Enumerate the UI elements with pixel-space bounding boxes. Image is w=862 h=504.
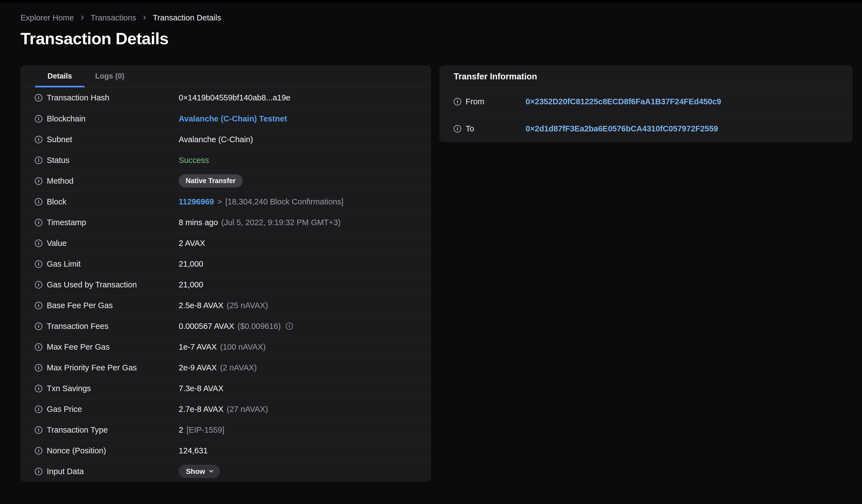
row-value: Native Transfer bbox=[179, 174, 243, 188]
status-value: Success bbox=[179, 156, 209, 165]
row-left: iTransaction Hash bbox=[35, 93, 179, 102]
to-address-link[interactable]: 0×2d1d87fF3Ea2ba6E0576bCA4310fC057972F25… bbox=[526, 124, 718, 133]
timestamp-relative: 8 mins ago bbox=[179, 218, 218, 227]
info-icon[interactable]: i bbox=[35, 468, 42, 475]
row-value: 1e-7 AVAX(100 nAVAX) bbox=[179, 343, 266, 352]
row-label: To bbox=[466, 124, 474, 133]
max-priority-fee-navax: (2 nAVAX) bbox=[220, 363, 257, 372]
transfer-card-title: Transfer Information bbox=[439, 65, 853, 88]
row-label: Timestamp bbox=[47, 218, 86, 227]
row-label: Base Fee Per Gas bbox=[47, 301, 113, 310]
row-transaction-hash: iTransaction Hash0×1419b04559bf140ab8...… bbox=[21, 88, 431, 108]
info-icon[interactable]: i bbox=[35, 343, 42, 351]
breadcrumb-transactions[interactable]: Transactions bbox=[90, 13, 136, 23]
block-link[interactable]: 11296969 bbox=[179, 197, 214, 207]
info-icon[interactable]: i bbox=[35, 322, 42, 330]
info-icon[interactable]: i bbox=[35, 364, 42, 371]
show-button[interactable]: Show bbox=[179, 465, 220, 478]
row-left: iGas Used by Transaction bbox=[35, 280, 179, 289]
info-icon[interactable]: i bbox=[35, 260, 42, 268]
row-left: iTransaction Type bbox=[35, 425, 179, 435]
row-label: Gas Used by Transaction bbox=[47, 280, 137, 289]
details-card: Details Logs (0) iTransaction Hash0×1419… bbox=[21, 65, 431, 481]
info-icon[interactable]: i bbox=[35, 447, 42, 454]
row-value-amount: iValue2 AVAX bbox=[21, 233, 431, 253]
row-left: iSubnet bbox=[35, 135, 179, 144]
tab-logs[interactable]: Logs (0) bbox=[84, 65, 135, 87]
info-icon[interactable]: i bbox=[35, 157, 42, 164]
blockchain-link[interactable]: Avalanche (C-Chain) Testnet bbox=[179, 114, 287, 123]
info-icon[interactable]: i bbox=[454, 98, 461, 105]
row-label: Max Fee Per Gas bbox=[47, 343, 109, 352]
row-value: 2e-9 AVAX(2 nAVAX) bbox=[179, 363, 257, 372]
row-label: Gas Limit bbox=[47, 260, 80, 269]
info-icon[interactable]: i bbox=[35, 281, 42, 289]
row-blockchain: iBlockchainAvalanche (C-Chain) Testnet bbox=[21, 108, 431, 129]
gas-price-navax: (27 nAVAX) bbox=[227, 405, 268, 414]
row-left: iValue bbox=[35, 239, 179, 248]
row-max-priority-fee-per-gas: iMax Priority Fee Per Gas2e-9 AVAX(2 nAV… bbox=[21, 357, 431, 378]
row-label: Transaction Hash bbox=[47, 93, 109, 102]
details-rows: iTransaction Hash0×1419b04559bf140ab8...… bbox=[21, 88, 431, 481]
row-value: 2 AVAX bbox=[179, 239, 205, 248]
tab-logs-count: (0) bbox=[115, 72, 125, 80]
row-label: Gas Price bbox=[47, 405, 82, 414]
row-left: iMethod bbox=[35, 176, 179, 186]
fees-usd: ($0.009616) bbox=[237, 322, 280, 331]
row-value: Success bbox=[179, 156, 209, 165]
row-txn-savings: iTxn Savings7.3e-8 AVAX bbox=[21, 378, 431, 399]
transaction-type-value: 2 bbox=[179, 425, 183, 435]
row-value: 2.5e-8 AVAX(25 nAVAX) bbox=[179, 301, 268, 310]
row-subnet: iSubnetAvalanche (C-Chain) bbox=[21, 129, 431, 150]
row-value: Avalanche (C-Chain) Testnet bbox=[179, 114, 287, 123]
info-icon[interactable]: i bbox=[35, 385, 42, 392]
transaction-type-eip: [EIP-1559] bbox=[186, 425, 224, 435]
show-button-label: Show bbox=[186, 467, 205, 476]
info-icon[interactable]: i bbox=[35, 198, 42, 205]
row-transaction-fees: iTransaction Fees0.000567 AVAX($0.009616… bbox=[21, 316, 431, 336]
row-label: Nonce (Position) bbox=[47, 446, 106, 455]
row-left: iFrom bbox=[454, 97, 526, 106]
row-value: 0×1419b04559bf140ab8...a19e bbox=[179, 93, 290, 102]
info-icon[interactable]: i bbox=[35, 240, 42, 247]
info-icon[interactable]: i bbox=[35, 426, 42, 434]
row-value: 2[EIP-1559] bbox=[179, 425, 224, 435]
row-value: 124,631 bbox=[179, 446, 208, 455]
content: Details Logs (0) iTransaction Hash0×1419… bbox=[21, 65, 862, 481]
base-fee-navax: (25 nAVAX) bbox=[227, 301, 268, 310]
breadcrumb: Explorer Home › Transactions › Transacti… bbox=[21, 13, 862, 23]
row-label: Method bbox=[47, 176, 74, 186]
breadcrumb-explorer-home[interactable]: Explorer Home bbox=[21, 13, 74, 23]
row-value: 7.3e-8 AVAX bbox=[179, 384, 223, 393]
row-left: iGas Limit bbox=[35, 260, 179, 269]
row-label: Txn Savings bbox=[47, 384, 91, 393]
row-left: iBlock bbox=[35, 197, 179, 207]
tab-logs-label: Logs bbox=[95, 72, 113, 80]
from-address-link[interactable]: 0×2352D20fC81225c8ECD8f6FaA1B37F24FEd450… bbox=[526, 97, 721, 106]
info-icon[interactable]: i bbox=[35, 94, 42, 102]
breadcrumb-current-page: Transaction Details bbox=[153, 13, 221, 23]
max-fee-navax: (100 nAVAX) bbox=[220, 343, 266, 352]
row-timestamp: iTimestamp8 mins ago(Jul 5, 2022, 9:19:3… bbox=[21, 212, 431, 233]
row-left: iGas Price bbox=[35, 405, 179, 414]
row-left: iBlockchain bbox=[35, 114, 179, 123]
fees-value: 0.000567 AVAX bbox=[179, 322, 234, 331]
info-icon[interactable]: i bbox=[35, 302, 42, 309]
row-left: iBase Fee Per Gas bbox=[35, 301, 179, 310]
row-status: iStatusSuccess bbox=[21, 150, 431, 170]
row-left: iMax Priority Fee Per Gas bbox=[35, 363, 179, 372]
txn-savings-value: 7.3e-8 AVAX bbox=[179, 384, 223, 393]
info-icon[interactable]: i bbox=[454, 125, 461, 133]
row-input-data: iInput DataShow bbox=[21, 461, 431, 481]
tab-details[interactable]: Details bbox=[35, 65, 84, 87]
row-nonce: iNonce (Position)124,631 bbox=[21, 440, 431, 461]
max-priority-fee-value: 2e-9 AVAX bbox=[179, 363, 217, 372]
row-label: Transaction Fees bbox=[47, 322, 108, 331]
info-icon[interactable]: i bbox=[35, 177, 42, 185]
value-amount: 2 AVAX bbox=[179, 239, 205, 248]
info-icon[interactable]: i bbox=[35, 115, 42, 122]
fees-info-icon[interactable]: i bbox=[286, 322, 293, 330]
info-icon[interactable]: i bbox=[35, 406, 42, 413]
info-icon[interactable]: i bbox=[35, 219, 42, 226]
info-icon[interactable]: i bbox=[35, 136, 42, 143]
